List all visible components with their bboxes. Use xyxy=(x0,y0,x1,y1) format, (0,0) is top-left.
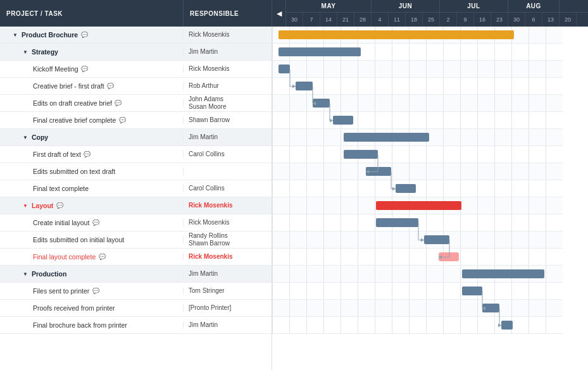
task-row-r5: Final creative brief complete💬Shawn Barr… xyxy=(0,112,272,129)
comment-icon[interactable]: 💬 xyxy=(84,151,91,157)
responsible-cell-r6: Jim Martin xyxy=(184,133,272,141)
task-cell-r17: Final brochure back from printer xyxy=(0,321,184,329)
col-responsible-label: RESPONSIBLE xyxy=(190,10,239,17)
bar-r3 xyxy=(296,82,313,90)
triangle-icon[interactable]: ▼ xyxy=(23,49,28,55)
timeline-header: MAY JUN JUL AUG 307142128411182529162330… xyxy=(286,0,588,27)
task-cell-r3: Creative brief - first draft💬 xyxy=(0,82,184,90)
task-name-r3: Creative brief - first draft xyxy=(33,82,104,90)
week-cell: 13 xyxy=(542,13,560,27)
week-cell: 11 xyxy=(389,13,406,27)
responsible-cell-r1: Jim Martin xyxy=(184,48,272,56)
comment-icon[interactable]: 💬 xyxy=(98,254,106,260)
week-cell: 2 xyxy=(440,13,457,27)
chart-row-r17 xyxy=(272,317,563,334)
comment-icon[interactable]: 💬 xyxy=(107,83,115,89)
week-cell: 21 xyxy=(337,13,354,27)
responsible-cell-r11: Rick Mosenkis xyxy=(184,219,272,226)
triangle-icon[interactable]: ▼ xyxy=(23,271,28,277)
month-jul: JUL xyxy=(440,0,508,12)
bar-r10 xyxy=(376,201,461,210)
chart-row-r14 xyxy=(272,266,563,283)
chart-row-r2 xyxy=(272,61,563,78)
task-cell-r13: Final layout complete💬 xyxy=(0,253,184,261)
responsible-cell-r17: Jim Martin xyxy=(184,321,272,329)
triangle-icon[interactable]: ▼ xyxy=(23,203,28,209)
responsible-cell-r14: Jim Martin xyxy=(184,270,272,278)
week-cell: 7 xyxy=(303,13,320,27)
responsible-cell-r5: Shawn Barrow xyxy=(184,116,272,124)
comment-icon[interactable]: 💬 xyxy=(81,66,89,72)
week-cell: 4 xyxy=(372,13,389,27)
task-row-r4: Edits on draft creative brief💬John Adams… xyxy=(0,95,272,112)
responsible-cell-r4: John AdamsSusan Moore xyxy=(184,96,272,111)
task-row-r6: ▼CopyJim Martin xyxy=(0,129,272,146)
task-name-r1: Strategy xyxy=(32,48,58,56)
task-name-r8: Edits submitted on text draft xyxy=(33,168,115,175)
chart-row-r9 xyxy=(272,180,563,197)
week-cell: 25 xyxy=(423,13,440,27)
chart-row-r8 xyxy=(272,163,563,180)
triangle-icon[interactable]: ▼ xyxy=(13,32,18,38)
chart-row-r11 xyxy=(272,214,563,231)
task-cell-r2: Kickoff Meeting💬 xyxy=(0,65,184,73)
bar-r4 xyxy=(313,99,330,108)
chart-panel xyxy=(272,27,588,370)
triangle-icon[interactable]: ▼ xyxy=(23,135,28,140)
chart-row-r16 xyxy=(272,300,563,317)
month-jun: JUN xyxy=(372,0,440,12)
task-cell-r5: Final creative brief complete💬 xyxy=(0,116,184,124)
week-cell: 30 xyxy=(508,13,525,27)
task-name-r7: First draft of text xyxy=(33,151,81,158)
comment-icon[interactable]: 💬 xyxy=(92,288,99,294)
week-cell: 14 xyxy=(320,13,337,27)
bar-r9 xyxy=(396,184,416,193)
task-name-r16: Proofs received from printer xyxy=(33,304,115,312)
bar-r2 xyxy=(278,65,290,73)
bar-r5 xyxy=(333,116,353,125)
responsible-cell-r13: Rick Mosenkis xyxy=(184,253,272,261)
col-task-label: PROJECT / TASK xyxy=(6,10,63,17)
task-name-r10: Layout xyxy=(32,202,53,209)
bar-r16 xyxy=(482,304,499,312)
chart-row-r13 xyxy=(272,249,563,266)
responsible-cell-r7: Carol Collins xyxy=(184,151,272,158)
task-name-r0: Product Brochure xyxy=(22,31,78,39)
task-row-r9: Final text completeCarol Collins xyxy=(0,180,272,197)
bar-r6 xyxy=(344,133,429,142)
comment-icon[interactable]: 💬 xyxy=(92,219,99,226)
chart-row-r6 xyxy=(272,129,563,146)
gantt-header: PROJECT / TASK RESPONSIBLE ◀ MAY JUN JUL… xyxy=(0,0,588,27)
chart-row-r15 xyxy=(272,283,563,300)
task-name-r9: Final text complete xyxy=(33,185,89,192)
task-name-r4: Edits on draft creative brief xyxy=(33,99,112,107)
responsible-cell-r16: [Pronto Printer] xyxy=(184,304,272,312)
chart-row-r5 xyxy=(272,112,563,129)
task-cell-r15: Files sent to printer💬 xyxy=(0,287,184,295)
task-row-r7: First draft of text💬Carol Collins xyxy=(0,146,272,163)
task-cell-r4: Edits on draft creative brief💬 xyxy=(0,99,184,107)
responsible-cell-r15: Tom Stringer xyxy=(184,287,272,295)
comment-icon[interactable]: 💬 xyxy=(56,202,63,209)
responsible-cell-r9: Carol Collins xyxy=(184,185,272,192)
comment-icon[interactable]: 💬 xyxy=(80,32,88,38)
chart-row-r10 xyxy=(272,197,563,214)
bar-r14 xyxy=(462,269,544,278)
task-name-r11: Create initial layout xyxy=(33,219,89,226)
comment-icon[interactable]: 💬 xyxy=(118,117,126,123)
task-cell-r11: Create initial layout💬 xyxy=(0,219,184,226)
chart-row-r1 xyxy=(272,44,563,61)
task-cell-r7: First draft of text💬 xyxy=(0,151,184,158)
task-cell-r10: ▼Layout💬 xyxy=(0,202,184,209)
task-row-r8: Edits submitted on text draft xyxy=(0,163,272,180)
task-row-r3: Creative brief - first draft💬Rob Arthur xyxy=(0,78,272,95)
task-cell-r16: Proofs received from printer xyxy=(0,304,184,312)
task-row-r17: Final brochure back from printerJim Mart… xyxy=(0,317,272,334)
week-cell: 28 xyxy=(354,13,372,27)
comment-icon[interactable]: 💬 xyxy=(115,100,122,106)
task-name-r2: Kickoff Meeting xyxy=(33,65,78,73)
task-cell-r9: Final text complete xyxy=(0,185,184,192)
responsible-cell-r12: Randy RollinsShawn Barrow xyxy=(184,232,272,247)
nav-prev-button[interactable]: ◀ xyxy=(272,0,286,27)
bar-r11 xyxy=(376,218,418,227)
